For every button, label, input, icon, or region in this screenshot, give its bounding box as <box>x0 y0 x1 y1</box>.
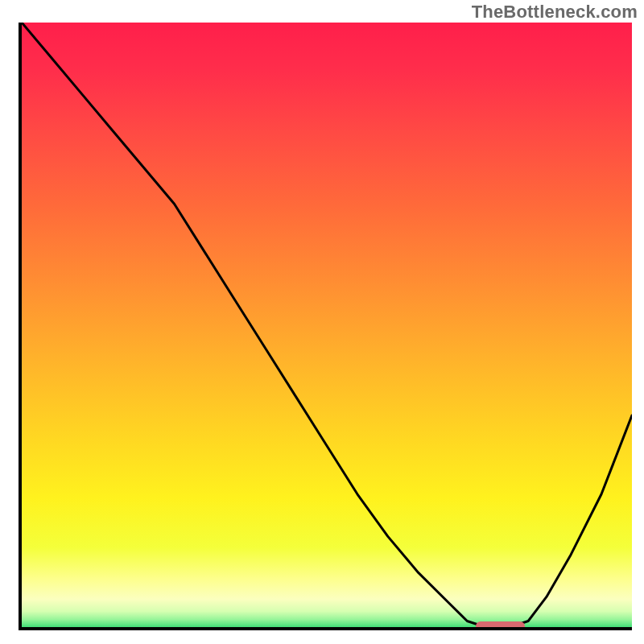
bottleneck-curve <box>22 23 632 627</box>
optimal-range-marker <box>476 621 525 630</box>
chart-container: TheBottleneck.com <box>0 0 644 644</box>
plot-area <box>19 23 632 630</box>
watermark-label: TheBottleneck.com <box>472 2 638 23</box>
